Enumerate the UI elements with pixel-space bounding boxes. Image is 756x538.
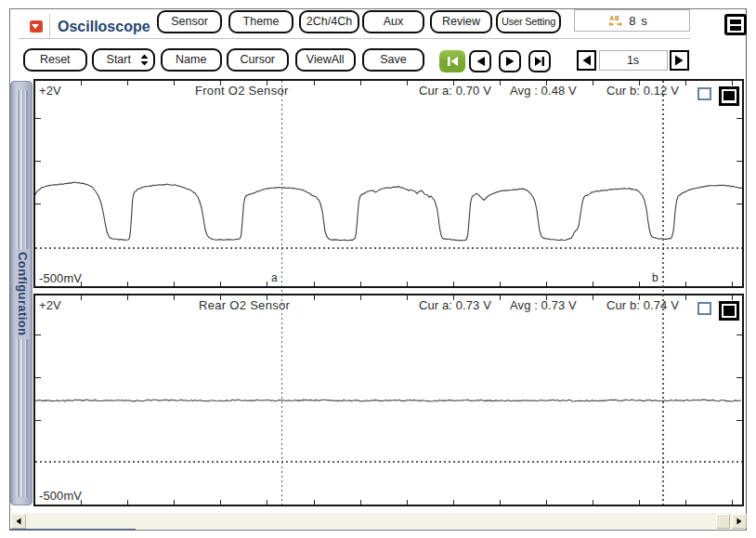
svg-text:B: B bbox=[615, 15, 619, 21]
svg-text:A: A bbox=[610, 15, 615, 21]
